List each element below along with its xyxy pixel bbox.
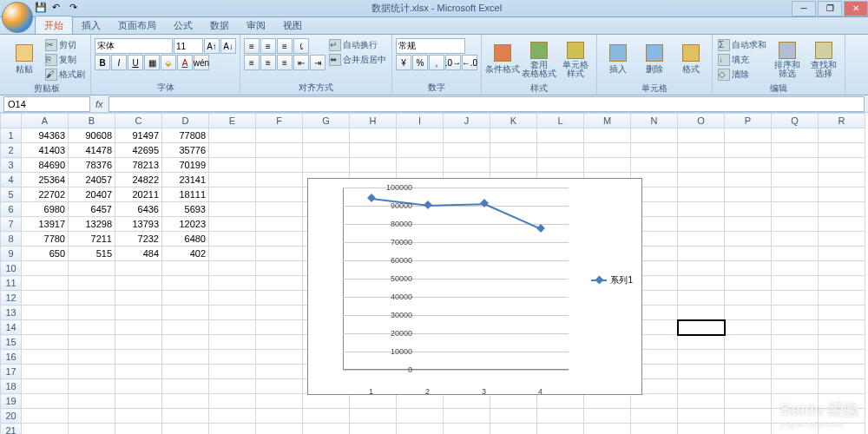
- cell-O1[interactable]: [678, 128, 725, 143]
- align-left-button[interactable]: ≡: [244, 55, 260, 70]
- cell-Q18[interactable]: [772, 379, 819, 394]
- cell-I21[interactable]: [397, 424, 444, 435]
- cell-K19[interactable]: [490, 394, 537, 409]
- cell-E21[interactable]: [209, 424, 256, 435]
- row-header-21[interactable]: 21: [1, 424, 22, 435]
- cell-A6[interactable]: 6980: [22, 202, 69, 217]
- cell-P16[interactable]: [725, 350, 772, 365]
- cell-M1[interactable]: [584, 128, 631, 143]
- increase-decimal-button[interactable]: .0→: [445, 55, 461, 70]
- row-header-14[interactable]: 14: [1, 320, 22, 335]
- cell-F13[interactable]: [256, 306, 303, 320]
- cell-J20[interactable]: [444, 409, 490, 424]
- row-header-7[interactable]: 7: [1, 217, 22, 232]
- cell-D21[interactable]: [162, 424, 209, 435]
- cell-R10[interactable]: [819, 261, 865, 276]
- cell-P6[interactable]: [725, 202, 772, 217]
- cell-R11[interactable]: [819, 276, 865, 291]
- merge-center-button[interactable]: ⬌合并后居中: [327, 53, 388, 67]
- cell-C10[interactable]: [115, 261, 162, 276]
- cell-O16[interactable]: [678, 350, 725, 365]
- cell-N1[interactable]: [631, 128, 678, 143]
- cell-C7[interactable]: 13793: [115, 217, 162, 232]
- cell-B16[interactable]: [69, 350, 115, 365]
- align-bottom-button[interactable]: ≡: [277, 38, 293, 54]
- cell-F2[interactable]: [256, 143, 303, 158]
- col-header-F[interactable]: F: [256, 114, 303, 128]
- cell-P3[interactable]: [725, 158, 772, 173]
- cell-R2[interactable]: [819, 143, 865, 158]
- cell-E10[interactable]: [209, 261, 256, 276]
- cell-F20[interactable]: [256, 409, 303, 424]
- cell-H20[interactable]: [350, 409, 397, 424]
- cell-C20[interactable]: [115, 409, 162, 424]
- cell-P5[interactable]: [725, 187, 772, 202]
- row-header-20[interactable]: 20: [1, 409, 22, 424]
- cell-F16[interactable]: [256, 350, 303, 365]
- col-header-R[interactable]: R: [819, 114, 865, 128]
- cell-P21[interactable]: [725, 424, 772, 435]
- cell-R4[interactable]: [819, 173, 865, 187]
- cell-D9[interactable]: 402: [162, 247, 209, 261]
- cell-O11[interactable]: [678, 276, 725, 291]
- cell-Q8[interactable]: [772, 232, 819, 247]
- cell-Q10[interactable]: [772, 261, 819, 276]
- table-format-button[interactable]: 套用 表格格式: [522, 38, 556, 82]
- sort-filter-button[interactable]: 排序和 筛选: [770, 38, 805, 82]
- cell-C13[interactable]: [115, 306, 162, 320]
- cell-D1[interactable]: 77808: [162, 128, 209, 143]
- cell-F7[interactable]: [256, 217, 303, 232]
- tab-2[interactable]: 页面布局: [109, 16, 165, 34]
- align-right-button[interactable]: ≡: [277, 55, 293, 70]
- cell-P11[interactable]: [725, 276, 772, 291]
- row-header-17[interactable]: 17: [1, 365, 22, 379]
- cell-R5[interactable]: [819, 187, 865, 202]
- cell-B10[interactable]: [69, 261, 115, 276]
- cell-D20[interactable]: [162, 409, 209, 424]
- cell-G1[interactable]: [303, 128, 350, 143]
- cell-F11[interactable]: [256, 276, 303, 291]
- cell-C9[interactable]: 484: [115, 247, 162, 261]
- cell-C12[interactable]: [115, 291, 162, 306]
- cell-A10[interactable]: [22, 261, 69, 276]
- cell-H1[interactable]: [350, 128, 397, 143]
- cell-E13[interactable]: [209, 306, 256, 320]
- row-header-15[interactable]: 15: [1, 335, 22, 350]
- increase-indent-button[interactable]: ⇥: [310, 55, 326, 70]
- cell-B9[interactable]: 515: [69, 247, 115, 261]
- row-header-1[interactable]: 1: [1, 128, 22, 143]
- cell-R13[interactable]: [819, 306, 865, 320]
- cell-B14[interactable]: [69, 320, 115, 335]
- fill-button[interactable]: ↓填充: [716, 53, 768, 67]
- row-header-4[interactable]: 4: [1, 173, 22, 187]
- cell-O20[interactable]: [678, 409, 725, 424]
- cell-Q15[interactable]: [772, 335, 819, 350]
- cell-Q9[interactable]: [772, 247, 819, 261]
- cell-B3[interactable]: 78376: [69, 158, 115, 173]
- cell-E20[interactable]: [209, 409, 256, 424]
- cell-J2[interactable]: [444, 143, 490, 158]
- cell-N19[interactable]: [631, 394, 678, 409]
- cell-E12[interactable]: [209, 291, 256, 306]
- cell-F17[interactable]: [256, 365, 303, 379]
- cell-G3[interactable]: [303, 158, 350, 173]
- cell-P20[interactable]: [725, 409, 772, 424]
- cell-O18[interactable]: [678, 379, 725, 394]
- cell-N3[interactable]: [631, 158, 678, 173]
- cell-P18[interactable]: [725, 379, 772, 394]
- cell-K20[interactable]: [490, 409, 537, 424]
- cell-R16[interactable]: [819, 350, 865, 365]
- cell-B1[interactable]: 90608: [69, 128, 115, 143]
- cell-O17[interactable]: [678, 365, 725, 379]
- row-header-2[interactable]: 2: [1, 143, 22, 158]
- col-header-Q[interactable]: Q: [772, 114, 819, 128]
- cell-A9[interactable]: 650: [22, 247, 69, 261]
- cell-R1[interactable]: [819, 128, 865, 143]
- cell-O6[interactable]: [678, 202, 725, 217]
- tab-0[interactable]: 开始: [35, 16, 73, 34]
- clear-button[interactable]: ◇清除: [716, 68, 768, 82]
- row-header-18[interactable]: 18: [1, 379, 22, 394]
- paste-button[interactable]: 粘贴: [7, 38, 42, 82]
- cell-J3[interactable]: [444, 158, 490, 173]
- autosum-button[interactable]: Σ自动求和: [716, 38, 768, 52]
